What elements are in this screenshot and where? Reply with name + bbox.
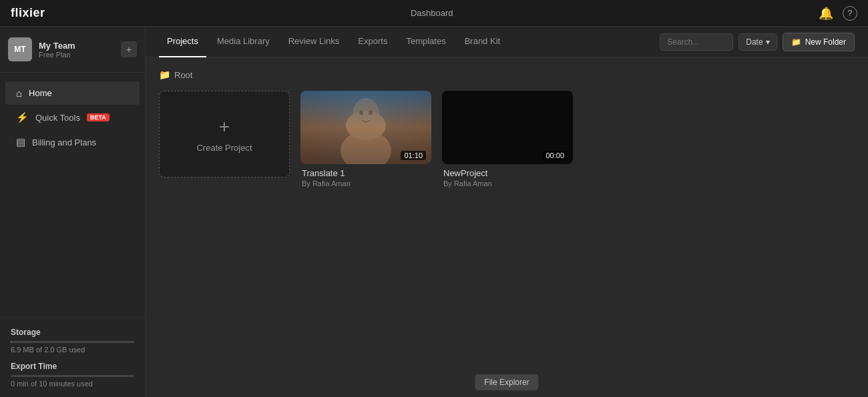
svg-point-1 — [353, 98, 379, 130]
svg-point-5 — [369, 111, 373, 115]
sidebar: MT My Team Free Plan + ⌂ Home ⚡ Quick To… — [0, 27, 146, 397]
sidebar-item-quick-tools[interactable]: ⚡ Quick Tools beta — [5, 105, 140, 129]
create-project-card[interactable]: + Create Project — [159, 91, 290, 177]
folder-icon: 📁 — [791, 37, 801, 47]
tab-projects[interactable]: Projects — [159, 27, 206, 57]
tab-brand-kit[interactable]: Brand Kit — [457, 27, 508, 57]
project-card-newproject[interactable]: 00:00 NewProject By Rafia Aman — [442, 91, 573, 187]
team-name: My Team — [39, 41, 114, 51]
file-explorer-tooltip[interactable]: File Explorer — [475, 374, 538, 390]
content-area: 📁 Root + Create Project — [146, 57, 868, 397]
chevron-down-icon: ▾ — [766, 37, 770, 47]
create-project-label: Create Project — [196, 143, 252, 153]
export-used-text: 0 min of 10 minutes used — [11, 380, 134, 388]
app-logo: flixier — [11, 6, 45, 20]
project-title-translate1: Translate 1 — [302, 168, 430, 178]
team-section: MT My Team Free Plan + — [0, 27, 145, 73]
topbar: flixier Dashboard 🔔 ? — [0, 0, 868, 27]
svg-point-3 — [346, 111, 386, 140]
project-title-newproject: NewProject — [443, 168, 572, 178]
content: Projects Media Library Review Links Expo… — [146, 27, 868, 397]
home-icon: ⌂ — [16, 87, 22, 99]
sidebar-footer: Storage 6.9 MB of 2.0 GB used Export Tim… — [0, 318, 145, 397]
sidebar-item-billing-label: Billing and Plans — [32, 137, 96, 147]
project-author-newproject: By Rafia Aman — [443, 179, 572, 187]
sidebar-nav: ⌂ Home ⚡ Quick Tools beta ▤ Billing and … — [0, 73, 145, 318]
sidebar-item-home[interactable]: ⌂ Home — [5, 81, 140, 105]
storage-progress-fill — [11, 341, 11, 343]
storage-progress-bar — [11, 341, 134, 343]
date-filter-button[interactable]: Date ▾ — [738, 33, 777, 51]
project-card-translate1[interactable]: 01:10 Translate 1 By Rafia Aman — [300, 91, 431, 187]
project-thumbnail-newproject: 00:00 — [442, 91, 573, 164]
team-plan: Free Plan — [39, 51, 114, 59]
help-icon[interactable]: ? — [843, 6, 857, 21]
sidebar-item-quick-tools-label: Quick Tools — [35, 113, 80, 123]
tab-media-library[interactable]: Media Library — [209, 27, 278, 57]
project-thumbnail-translate1: 01:10 — [300, 91, 431, 164]
topbar-actions: 🔔 ? — [819, 6, 857, 21]
project-duration-newproject: 00:00 — [542, 151, 568, 160]
projects-grid: + Create Project — [159, 91, 855, 187]
svg-point-4 — [359, 111, 363, 115]
team-settings-button[interactable]: + — [121, 41, 137, 57]
storage-label: Storage — [11, 328, 134, 337]
storage-used-text: 6.9 MB of 2.0 GB used — [11, 346, 134, 354]
tab-templates[interactable]: Templates — [398, 27, 453, 57]
project-duration-translate1: 01:10 — [401, 151, 426, 160]
tab-exports[interactable]: Exports — [350, 27, 395, 57]
team-avatar: MT — [8, 37, 32, 61]
team-info: My Team Free Plan — [39, 41, 114, 59]
tabs-actions: Date ▾ 📁 New Folder — [660, 33, 855, 51]
plus-icon: + — [219, 116, 230, 137]
content-wrapper: Projects Media Library Review Links Expo… — [146, 27, 868, 397]
sidebar-item-billing[interactable]: ▤ Billing and Plans — [5, 130, 140, 154]
sidebar-item-home-label: Home — [29, 88, 52, 98]
topbar-title: Dashboard — [411, 8, 453, 18]
tabs-bar: Projects Media Library Review Links Expo… — [146, 27, 868, 57]
project-author-translate1: By Rafia Aman — [302, 179, 430, 187]
notification-icon[interactable]: 🔔 — [819, 6, 833, 21]
search-input[interactable] — [660, 33, 733, 51]
project-info-newproject: NewProject By Rafia Aman — [442, 164, 573, 187]
export-label: Export Time — [11, 362, 134, 371]
folder-breadcrumb-icon: 📁 — [159, 69, 170, 80]
beta-badge: beta — [87, 113, 110, 121]
breadcrumb-path: Root — [174, 70, 192, 80]
svg-point-2 — [341, 131, 391, 164]
breadcrumb: 📁 Root — [159, 69, 855, 80]
main-layout: MT My Team Free Plan + ⌂ Home ⚡ Quick To… — [0, 27, 868, 397]
export-progress-bar — [11, 375, 134, 377]
quick-tools-icon: ⚡ — [16, 111, 29, 123]
project-info-translate1: Translate 1 By Rafia Aman — [300, 164, 431, 187]
new-folder-button[interactable]: 📁 New Folder — [783, 33, 855, 51]
tab-review-links[interactable]: Review Links — [280, 27, 348, 57]
billing-icon: ▤ — [16, 136, 25, 148]
